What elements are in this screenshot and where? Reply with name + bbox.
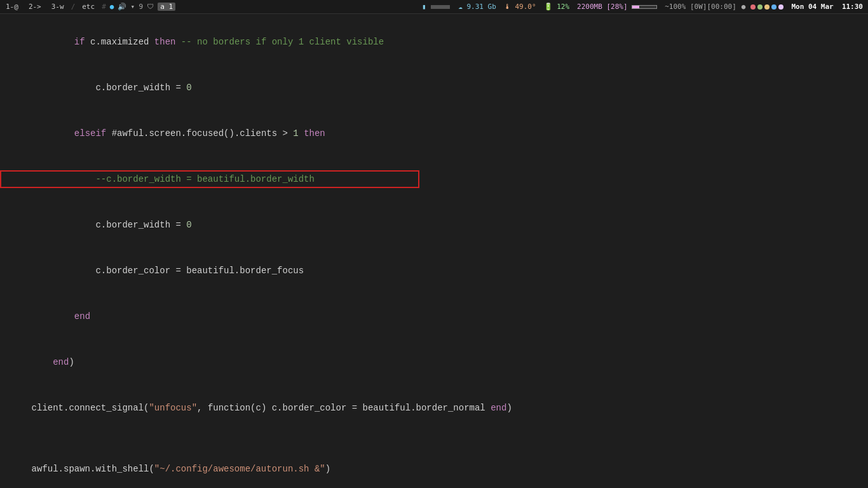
temp-status: 🌡 49.0° bbox=[501, 3, 539, 11]
cpu-status: ~100% [0W][00:00] bbox=[662, 3, 739, 11]
editor: if c.maximized then -- no borders if onl… bbox=[0, 14, 868, 488]
topbar: 1-@ 2-> 3-w / etc # ● 🔊 ▾ 9 🛡 a 1 ▮ ☁ 9.… bbox=[0, 0, 868, 14]
datetime-status: Mon 04 Mar 11:30 bbox=[789, 3, 865, 11]
color-dots bbox=[748, 4, 786, 10]
code-line-3: elseif #awful.screen.focused().clients >… bbox=[0, 111, 868, 156]
vpn-icon: 🛡 bbox=[147, 3, 154, 11]
battery-status: 🔋 12% bbox=[541, 3, 573, 11]
code-line-8: end) bbox=[0, 339, 868, 385]
code-line-11-highlighted: awful.spawn.with_shell("~/.config/awesom… bbox=[0, 446, 868, 488]
net-icon: ● bbox=[742, 3, 746, 11]
code-line-10 bbox=[0, 431, 868, 446]
code-line-5: c.border_width = 0 bbox=[0, 202, 868, 248]
layout-label: a 1 bbox=[158, 3, 175, 11]
tag-1[interactable]: 1-@ bbox=[3, 1, 22, 13]
volume-status: ▮ bbox=[419, 3, 453, 11]
code-line-6: c.border_color = beautiful.border_focus bbox=[0, 248, 868, 294]
mem-status: 2200MB [28%] bbox=[574, 3, 660, 11]
browser-icon: ● bbox=[110, 3, 114, 11]
code-line-9: client.connect_signal("unfocus", functio… bbox=[0, 385, 868, 431]
code-line-7: end bbox=[0, 294, 868, 339]
wifi-icon: ▾ 9 bbox=[130, 3, 143, 11]
topbar-right: ▮ ☁ 9.31 Gb 🌡 49.0° 🔋 12% 2200MB [28%] ~… bbox=[419, 3, 865, 11]
tag-2[interactable]: 2-> bbox=[25, 1, 44, 13]
code-line-2: c.border_width = 0 bbox=[0, 65, 868, 111]
tag-etc[interactable]: etc bbox=[79, 1, 98, 13]
code-line-1: if c.maximized then -- no borders if onl… bbox=[0, 19, 868, 65]
topbar-left: 1-@ 2-> 3-w / etc # ● 🔊 ▾ 9 🛡 a 1 bbox=[3, 1, 175, 13]
code-line-4: --c.border_width = beautiful.border_widt… bbox=[0, 156, 868, 202]
tag-3[interactable]: 3-w bbox=[48, 1, 67, 13]
sep-1: / bbox=[71, 3, 76, 11]
audio-icon: 🔊 bbox=[118, 3, 126, 11]
disk-status: ☁ 9.31 Gb bbox=[456, 3, 499, 11]
sep-2: # bbox=[102, 3, 106, 11]
